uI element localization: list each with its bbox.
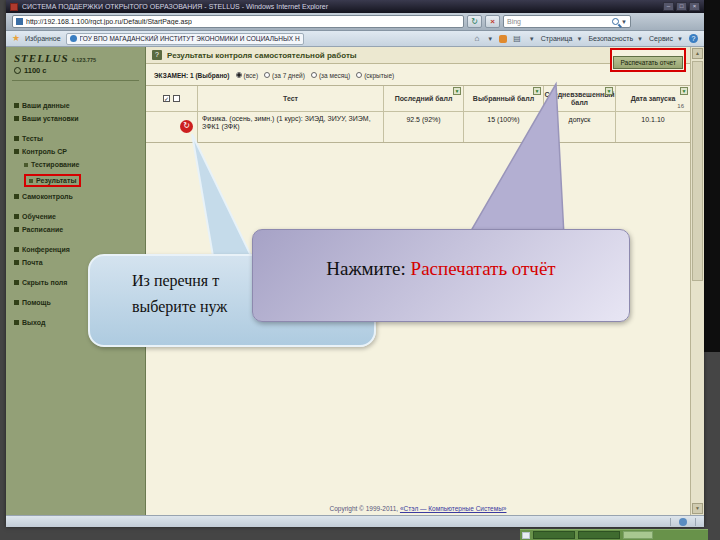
- taskbar-button[interactable]: [623, 531, 653, 539]
- page-tab-title: ГОУ ВПО МАГАДАНСКИЙ ИНСТИТУТ ЭКОНОМИКИ И…: [80, 35, 300, 42]
- vertical-scrollbar[interactable]: ▲ ▼: [690, 47, 704, 515]
- column-header-launch-date[interactable]: Дата запуска▼16: [616, 86, 690, 111]
- internet-zone-icon: [679, 518, 687, 526]
- clock-icon: [14, 67, 21, 74]
- row-weighted-score: допуск: [544, 112, 616, 142]
- column-header-last-score[interactable]: Последний балл▼: [384, 86, 464, 111]
- search-icon[interactable]: [612, 18, 619, 25]
- column-header-test[interactable]: Тест: [198, 86, 384, 111]
- filter-option-7days[interactable]: (за 7 дней): [264, 72, 305, 79]
- sidebar-item-control-sr[interactable]: Контроль СР: [14, 148, 137, 155]
- copyright-link[interactable]: «Стэл — Компьютерные Системы»: [400, 505, 507, 512]
- taskbar-button[interactable]: [578, 531, 620, 539]
- sidebar-item-tests[interactable]: Тесты: [14, 135, 137, 142]
- menu-bullet-icon: [14, 280, 19, 285]
- favorites-star-icon[interactable]: ★: [12, 34, 20, 43]
- row-launch-date: 10.1.10: [616, 112, 690, 142]
- feed-icon[interactable]: [499, 35, 507, 43]
- slide-background: СИСТЕМА ПОДДЕРЖКИ ОТКРЫТОГО ОБРАЗОВАНИЯ …: [0, 0, 720, 540]
- scrollbar-thumb[interactable]: [692, 61, 703, 281]
- column-header-chosen-score[interactable]: Выбранный балл▼: [464, 86, 544, 111]
- radio-icon[interactable]: [264, 72, 270, 78]
- refresh-icon[interactable]: ↻: [467, 15, 482, 28]
- scroll-down-icon[interactable]: ▼: [692, 503, 703, 514]
- stop-icon[interactable]: ×: [485, 15, 500, 28]
- page-menu[interactable]: Страница▼: [541, 35, 583, 42]
- callout-print-report: Нажмите: Распечатать отчёт: [252, 229, 630, 322]
- run-test-icon[interactable]: ↻: [180, 120, 193, 133]
- print-annotation-box: Распечатать отчет: [610, 48, 686, 72]
- filter-funnel-icon[interactable]: ▼: [453, 87, 461, 95]
- statusbar-divider: [670, 518, 671, 526]
- sidebar-item-conference[interactable]: Конференция: [14, 246, 137, 253]
- sidebar-item-your-data[interactable]: Ваши данные: [14, 102, 137, 109]
- statusbar-divider: [695, 518, 696, 526]
- radio-icon[interactable]: [311, 72, 317, 78]
- globe-icon: [70, 35, 77, 42]
- menu-bullet-icon: [14, 247, 19, 252]
- row-test-name[interactable]: Физика. (осень, зимн.) (1 курс): ЗИЭД, З…: [198, 112, 384, 142]
- print-report-button[interactable]: Распечатать отчет: [613, 56, 683, 69]
- taskbar-icon[interactable]: [522, 532, 530, 539]
- sidebar-item-your-settings[interactable]: Ваши установки: [14, 115, 137, 122]
- stellus-logo: STELLUS4.123.775: [6, 47, 145, 64]
- favorites-bar: ★ Избранное ГОУ ВПО МАГАДАНСКИЙ ИНСТИТУТ…: [6, 31, 704, 47]
- close-button[interactable]: ×: [689, 2, 700, 11]
- menu-bullet-icon: [14, 149, 19, 154]
- filter-funnel-icon[interactable]: ▼: [533, 87, 541, 95]
- filter-row: ЭКЗАМЕН: 1 (Выбрано) (все) (за 7 дней) (…: [146, 68, 690, 82]
- filter-option-month[interactable]: (за месяц): [311, 72, 350, 79]
- title-bar: СИСТЕМА ПОДДЕРЖКИ ОТКРЫТОГО ОБРАЗОВАНИЯ …: [6, 0, 704, 13]
- sidebar-item-learning[interactable]: Обучение: [14, 213, 137, 220]
- column-header-weighted-score[interactable]: Средневзвешенный балл▼: [544, 86, 616, 111]
- page-tab[interactable]: ГОУ ВПО МАГАДАНСКИЙ ИНСТИТУТ ЭКОНОМИКИ И…: [66, 33, 304, 45]
- page-title: Результаты контроля самостоятельной рабо…: [167, 51, 357, 60]
- menu-bullet-icon: [14, 103, 19, 108]
- home-icon[interactable]: ⌂: [474, 34, 479, 43]
- radio-icon[interactable]: [356, 72, 362, 78]
- status-bar: [6, 515, 704, 527]
- print-icon[interactable]: ▤: [513, 34, 521, 43]
- minimize-button[interactable]: –: [663, 2, 674, 11]
- menu-bullet-icon: [24, 163, 28, 167]
- maximize-button[interactable]: □: [676, 2, 687, 11]
- select-none-checkbox[interactable]: [173, 95, 180, 102]
- search-dropdown-icon[interactable]: ▼: [621, 19, 627, 25]
- url-input[interactable]: http://192.168.1.100/rgct.jpo.ru/Default…: [12, 15, 464, 28]
- table-header-row: ✓ Тест Последний балл▼ Выбранный балл▼ С…: [146, 86, 690, 112]
- table-row[interactable]: ↻ Физика. (осень, зимн.) (1 курс): ЗИЭД,…: [146, 112, 690, 142]
- results-annotation-box: Результаты: [24, 174, 81, 187]
- tools-menu[interactable]: Сервис▼: [649, 35, 683, 42]
- home-dropdown-icon[interactable]: ▼: [487, 36, 493, 42]
- select-all-checkbox[interactable]: ✓: [163, 95, 170, 102]
- app-icon: [10, 3, 18, 11]
- safety-menu[interactable]: Безопасность▼: [588, 35, 643, 42]
- section-help-icon[interactable]: ?: [152, 50, 162, 60]
- scroll-up-icon[interactable]: ▲: [692, 48, 703, 59]
- site-favicon-icon: [16, 18, 23, 25]
- menu-bullet-icon: [14, 260, 19, 265]
- sidebar-item-self-control[interactable]: Самоконтроль: [14, 193, 137, 200]
- callout-right-prefix: Нажмите:: [326, 258, 410, 279]
- menu-bullet-icon: [14, 227, 19, 232]
- filter-option-hidden[interactable]: (скрытые): [356, 72, 394, 79]
- filter-option-all[interactable]: (все): [236, 72, 259, 79]
- menu-bullet-icon: [14, 194, 19, 199]
- print-dropdown-icon[interactable]: ▼: [529, 36, 535, 42]
- menu-bullet-icon: [14, 320, 19, 325]
- copyright: Copyright © 1999-2011, «Стэл — Компьютер…: [146, 505, 690, 512]
- favorites-label[interactable]: Избранное: [25, 35, 60, 42]
- radio-icon[interactable]: [236, 72, 242, 78]
- version-label: 4.123.775: [72, 57, 96, 63]
- sidebar-item-results[interactable]: Результаты: [24, 174, 137, 187]
- filter-funnel-icon[interactable]: ▼: [680, 87, 688, 95]
- search-input[interactable]: Bing ▼: [503, 15, 631, 28]
- url-text: http://192.168.1.100/rgct.jpo.ru/Default…: [26, 18, 192, 25]
- sidebar-item-testing[interactable]: Тестирование: [24, 161, 137, 168]
- taskbar-button[interactable]: [533, 531, 575, 539]
- row-select-cell: ↻: [146, 112, 198, 142]
- help-icon[interactable]: ?: [689, 34, 698, 43]
- filter-funnel-icon[interactable]: ▼: [605, 87, 613, 95]
- sidebar-item-schedule[interactable]: Расписание: [14, 226, 137, 233]
- sidebar-divider: [12, 80, 139, 81]
